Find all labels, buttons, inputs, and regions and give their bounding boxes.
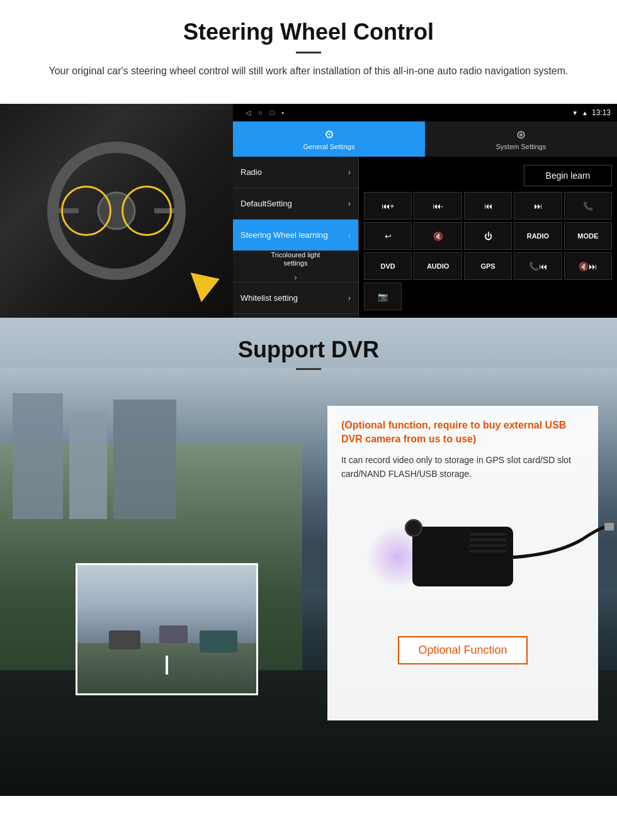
menu-item-tricolour[interactable]: Tricoloured lightsettings ›	[233, 251, 358, 283]
menu-arrow-tricolour: ›	[295, 273, 297, 282]
ctrl-phone[interactable]: 📞	[564, 192, 612, 220]
optional-button-container: Optional Function	[341, 630, 584, 664]
mute-next-icon: 🔇⏭	[579, 262, 597, 271]
car-2	[159, 625, 188, 643]
dvr-section: Support DVR (Optional function, require …	[0, 318, 617, 796]
ctrl-mode[interactable]: MODE	[564, 222, 612, 250]
dvr-camera-illustration	[341, 494, 584, 620]
menu-radio-label: Radio	[241, 167, 262, 177]
steering-section: Steering Wheel Control Your original car…	[0, 0, 617, 104]
tab-system-label: System Settings	[496, 143, 546, 150]
menu-arrow-radio: ›	[348, 168, 351, 177]
ctrl-next[interactable]: ⏭	[514, 192, 562, 220]
ctrl-audio[interactable]: AUDIO	[414, 252, 461, 280]
nav-icons: ◁ ○ □ ▪	[246, 109, 284, 117]
back-icon[interactable]: ◁	[246, 109, 251, 117]
android-menu: Radio › DefaultSetting › Steering Wheel …	[233, 157, 617, 318]
highlight-circle-right	[122, 186, 172, 236]
steering-title: Steering Wheel Control	[25, 19, 592, 45]
ctrl-dvd[interactable]: DVD	[364, 252, 412, 280]
title-divider	[296, 52, 321, 53]
ctrl-camera[interactable]: 📷	[364, 283, 402, 310]
menu-arrow-default: ›	[348, 199, 351, 208]
dvr-title: Support DVR	[0, 337, 617, 363]
steering-wheel-image	[0, 104, 233, 318]
radio-label: RADIO	[527, 232, 549, 240]
steering-content-area: ◁ ○ □ ▪ ▼ ▲ 13:13 ⚙ General Settings ⊛ S…	[0, 104, 617, 318]
menu-item-whitelist[interactable]: Whitelist setting ›	[233, 283, 358, 314]
ctrl-mute-next[interactable]: 🔇⏭	[564, 252, 612, 280]
signal-icon: ▲	[582, 109, 588, 116]
steering-bg	[0, 104, 233, 318]
begin-learn-area: Begin learn	[364, 162, 612, 189]
camera-lens	[405, 519, 422, 537]
next-icon: ⏭	[534, 201, 542, 211]
menu-content: Begin learn ⏮+ ⏮- ⏮ ⏭ 📞 ↩ 🔇 ⏻ RADIO MODE	[359, 157, 617, 318]
prev-icon: ⏮	[484, 201, 492, 211]
audio-label: AUDIO	[427, 262, 449, 270]
ctrl-power[interactable]: ⏻	[464, 222, 512, 250]
wifi-icon: ▼	[572, 109, 578, 116]
menu-item-steering[interactable]: Steering Wheel learning ›	[233, 220, 358, 251]
dvr-info-box: (Optional function, require to buy exter…	[327, 406, 598, 720]
gps-label: GPS	[480, 262, 495, 270]
gear-icon: ⚙	[324, 128, 334, 142]
car-3	[200, 630, 237, 652]
ctrl-radio[interactable]: RADIO	[514, 222, 562, 250]
control-row-4: 📷	[364, 283, 612, 310]
tab-general-label: General Settings	[303, 143, 355, 150]
menu-item-default[interactable]: DefaultSetting ›	[233, 188, 358, 220]
camera-icon: 📷	[378, 292, 388, 301]
ctrl-prev[interactable]: ⏮	[464, 192, 512, 220]
mode-label: MODE	[577, 232, 598, 240]
control-row-3: DVD AUDIO GPS 📞⏮ 🔇⏭	[364, 252, 612, 280]
steering-description: Your original car's steering wheel contr…	[38, 64, 579, 79]
car-1	[109, 630, 140, 649]
android-ui-panel: ◁ ○ □ ▪ ▼ ▲ 13:13 ⚙ General Settings ⊛ S…	[233, 104, 617, 318]
ctrl-mute[interactable]: 🔇	[414, 222, 461, 250]
dvr-thumbnail-inner	[77, 565, 256, 693]
vol-up-icon: ⏮+	[382, 201, 395, 211]
tab-general-settings[interactable]: ⚙ General Settings	[233, 121, 425, 157]
menu-default-label: DefaultSetting	[241, 199, 292, 208]
vol-down-icon: ⏮-	[433, 201, 443, 211]
ctrl-vol-up[interactable]: ⏮+	[364, 192, 412, 220]
road-line	[166, 656, 168, 675]
system-icon: ⊛	[516, 128, 526, 142]
ctrl-vol-down[interactable]: ⏮-	[414, 192, 461, 220]
dvr-divider	[296, 368, 321, 370]
home-icon[interactable]: ○	[258, 109, 263, 117]
menu-steering-label: Steering Wheel learning	[241, 230, 328, 240]
control-row-2: ↩ 🔇 ⏻ RADIO MODE	[364, 222, 612, 250]
arrow-indicator	[191, 264, 225, 303]
ctrl-gps[interactable]: GPS	[464, 252, 512, 280]
dvr-header: Support DVR	[0, 318, 617, 370]
ctrl-phone-prev[interactable]: 📞⏮	[514, 252, 562, 280]
menu-item-radio[interactable]: Radio ›	[233, 157, 358, 188]
camera-cable-svg	[488, 520, 614, 583]
phone-prev-icon: 📞⏮	[529, 262, 547, 271]
menu-arrow-steering: ›	[348, 231, 351, 240]
building-2	[69, 412, 107, 519]
highlight-circle-left	[61, 186, 111, 236]
menu-whitelist-label: Whitelist setting	[241, 293, 298, 303]
power-icon: ⏻	[484, 232, 492, 241]
control-row-1: ⏮+ ⏮- ⏮ ⏭ 📞	[364, 192, 612, 220]
recents-icon[interactable]: □	[270, 109, 275, 117]
tab-system-settings[interactable]: ⊛ System Settings	[425, 121, 617, 157]
phone-icon: 📞	[583, 201, 593, 211]
begin-learn-button[interactable]: Begin learn	[524, 165, 612, 186]
menu-icon[interactable]: ▪	[281, 109, 284, 117]
dvd-label: DVD	[381, 262, 395, 270]
ctrl-back[interactable]: ↩	[364, 222, 412, 250]
android-tabs: ⚙ General Settings ⊛ System Settings	[233, 121, 617, 157]
building-1	[13, 393, 63, 519]
optional-function-button[interactable]: Optional Function	[398, 636, 527, 664]
back-call-icon: ↩	[385, 232, 392, 241]
menu-list: Radio › DefaultSetting › Steering Wheel …	[233, 157, 359, 318]
android-statusbar: ◁ ○ □ ▪ ▼ ▲ 13:13	[233, 104, 617, 121]
dvr-optional-notice: (Optional function, require to buy exter…	[341, 418, 584, 447]
mute-icon: 🔇	[433, 232, 443, 241]
status-time: 13:13	[592, 108, 611, 117]
menu-arrow-whitelist: ›	[348, 294, 351, 303]
